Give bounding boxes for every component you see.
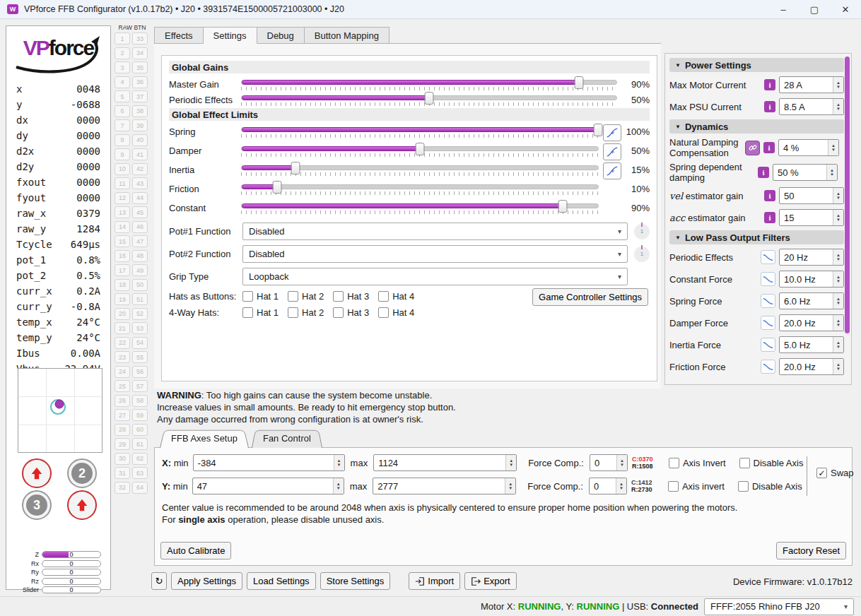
spinner-arrows[interactable]: ▲▼ [826, 165, 837, 180]
spinner-arrows[interactable]: ▲▼ [333, 478, 344, 494]
tab-debug[interactable]: Debug [257, 27, 305, 44]
link-icon[interactable] [745, 141, 760, 155]
close-button[interactable]: ✕ [830, 0, 861, 18]
hat-checkbox[interactable]: ✓ Hat 3 [333, 307, 369, 318]
value-spinbox[interactable]: 15 ▲▼ [779, 209, 844, 226]
info-icon[interactable]: i [764, 190, 775, 201]
info-icon[interactable]: i [764, 101, 775, 112]
slider-handle[interactable] [416, 143, 425, 155]
spinner-arrows[interactable]: ▲▼ [505, 455, 516, 470]
response-curve-button[interactable] [603, 124, 621, 141]
spinner-arrows[interactable]: ▲▼ [505, 478, 515, 494]
filter-spinbox[interactable]: 20.0 Hz ▲▼ [779, 358, 844, 375]
lowpass-curve-icon[interactable] [761, 294, 775, 308]
hat-checkbox[interactable]: ✓ Hat 1 [242, 307, 279, 318]
checkbox-box[interactable]: ✓ [242, 307, 253, 318]
hat-checkbox[interactable]: ✓ Hat 4 [378, 291, 414, 302]
checkbox-box[interactable]: ✓ [333, 291, 344, 302]
pot2-function-select[interactable]: Disabled ▾ [242, 245, 628, 263]
spinner-arrows[interactable]: ▲▼ [833, 77, 843, 93]
info-icon[interactable]: i [763, 142, 775, 153]
checkbox-box[interactable]: ✓ [288, 307, 298, 318]
force-comp-input[interactable]: 0 ▲▼ [589, 478, 627, 494]
limit-slider[interactable] [241, 124, 599, 138]
disable-axis-checkbox[interactable]: ✓ Disable Axis [738, 481, 802, 492]
filter-spinbox[interactable]: 20.0 Hz ▲▼ [779, 314, 844, 331]
factory-reset-button[interactable]: Factory Reset [776, 542, 846, 559]
checkbox-box[interactable]: ✓ [378, 291, 389, 302]
lowpass-curve-icon[interactable] [761, 272, 775, 286]
filter-spinbox[interactable]: 5.0 Hz ▲▼ [779, 336, 844, 353]
slider-handle[interactable] [291, 162, 300, 174]
maximize-button[interactable]: ▢ [799, 0, 830, 18]
apply-settings-button[interactable]: Apply Settings [171, 572, 242, 590]
axis-min-input[interactable]: 47 ▲▼ [192, 478, 344, 494]
axis-max-input[interactable]: 1124 ▲▼ [373, 454, 517, 471]
spinner-arrows[interactable]: ▲▼ [833, 210, 843, 225]
swap-checkbox[interactable]: ✓ Swap [816, 468, 854, 478]
export-button[interactable]: Export [464, 572, 517, 590]
tab-button-mapping[interactable]: Button Mapping [305, 27, 390, 44]
dynamics-header[interactable]: ▼Dynamics [669, 119, 844, 134]
slider-handle[interactable] [594, 124, 603, 136]
auto-calibrate-button[interactable]: Auto Calibrate [160, 542, 231, 559]
info-icon[interactable]: i [764, 79, 775, 90]
disable-axis-checkbox[interactable]: ✓ Disable Axis [739, 458, 804, 468]
checkbox-box[interactable]: ✓ [242, 291, 253, 302]
filter-spinbox[interactable]: 6.0 Hz ▲▼ [779, 292, 844, 309]
filter-spinbox[interactable]: 20 Hz ▲▼ [779, 249, 844, 266]
lowpass-curve-icon[interactable] [761, 250, 775, 264]
checkbox-box[interactable]: ✓ [288, 291, 298, 302]
axis-invert-checkbox[interactable]: ✓ Axis Invert [669, 458, 726, 468]
pot2-dial[interactable]: 1 [634, 247, 650, 262]
value-spinbox[interactable]: 50 % ▲▼ [773, 164, 838, 181]
limit-slider[interactable] [241, 201, 599, 214]
low-pass-filters-header[interactable]: ▼Low Pass Output Filters [669, 230, 844, 244]
spinner-arrows[interactable]: ▲▼ [833, 99, 843, 114]
gain-slider[interactable] [241, 77, 617, 90]
spinner-arrows[interactable]: ▲▼ [334, 455, 344, 470]
spinner-arrows[interactable]: ▲▼ [833, 337, 843, 353]
force-comp-input[interactable]: 0 ▲▼ [590, 454, 628, 471]
refresh-button[interactable]: ↻ [151, 572, 167, 590]
checkbox-box[interactable]: ✓ [333, 307, 344, 318]
lowpass-curve-icon[interactable] [761, 360, 775, 374]
filter-spinbox[interactable]: 10.0 Hz ▲▼ [779, 271, 844, 288]
import-button[interactable]: Import [409, 572, 460, 590]
spinner-arrows[interactable]: ▲▼ [833, 271, 843, 287]
axis-max-input[interactable]: 2777 ▲▼ [373, 478, 516, 494]
limit-slider[interactable] [241, 143, 599, 157]
spinner-arrows[interactable]: ▲▼ [833, 249, 843, 265]
value-spinbox[interactable]: 8.5 A ▲▼ [779, 98, 844, 115]
pot1-dial[interactable]: 1 [634, 224, 650, 239]
info-icon[interactable]: i [764, 212, 775, 223]
hat-checkbox[interactable]: ✓ Hat 2 [288, 291, 324, 302]
hat-checkbox[interactable]: ✓ Hat 3 [333, 291, 369, 302]
power-settings-header[interactable]: ▼Power Settings [669, 58, 844, 72]
lowpass-curve-icon[interactable] [761, 338, 775, 352]
slider-handle[interactable] [558, 200, 567, 213]
spinner-arrows[interactable]: ▲▼ [833, 293, 843, 309]
limit-slider[interactable] [241, 162, 599, 176]
spinner-arrows[interactable]: ▲▼ [828, 140, 838, 155]
spinner-arrows[interactable]: ▲▼ [833, 359, 843, 374]
hat-checkbox[interactable]: ✓ Hat 4 [378, 307, 414, 318]
axis-invert-checkbox[interactable]: ✓ Axis invert [668, 481, 725, 492]
value-spinbox[interactable]: 4 % ▲▼ [778, 139, 839, 156]
checkbox-box[interactable]: ✓ [378, 307, 389, 318]
value-spinbox[interactable]: 28 A ▲▼ [779, 76, 844, 93]
value-spinbox[interactable]: 50 ▲▼ [779, 187, 844, 204]
load-settings-button[interactable]: Load Settings [247, 572, 316, 590]
tab-effects[interactable]: Effects [154, 27, 204, 44]
tab-ffb-axes-setup[interactable]: FFB Axes Setup [160, 428, 249, 448]
panel-scrollbar[interactable] [845, 57, 850, 333]
slider-handle[interactable] [273, 181, 282, 194]
gain-slider[interactable] [241, 93, 617, 106]
info-icon[interactable]: i [758, 167, 769, 178]
response-curve-button[interactable] [603, 143, 621, 160]
hat-checkbox[interactable]: ✓ Hat 2 [288, 307, 324, 318]
limit-slider[interactable] [241, 182, 599, 195]
device-select[interactable]: FFFF:2055 Rhino FFB J20 ▾ [704, 598, 854, 615]
slider-handle[interactable] [575, 76, 584, 89]
slider-handle[interactable] [425, 92, 434, 105]
